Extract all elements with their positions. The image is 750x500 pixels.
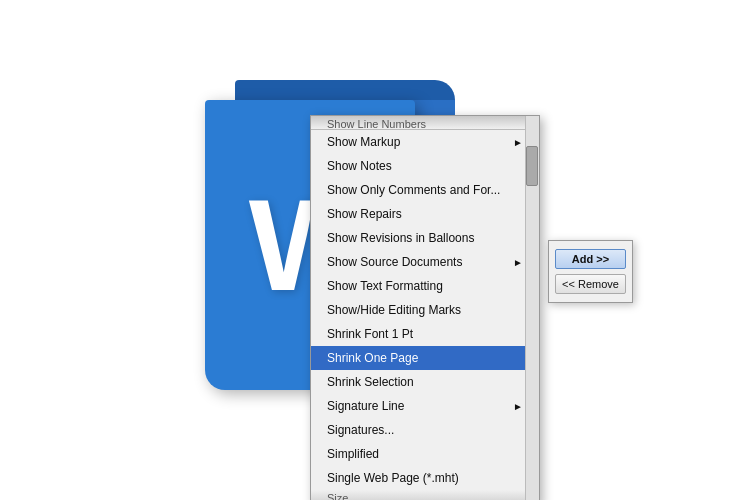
menu-item-show-revisions[interactable]: Show Revisions in Balloons xyxy=(311,226,539,250)
menu-item-show-notes[interactable]: Show Notes xyxy=(311,154,539,178)
menu-item-shrink-font[interactable]: Shrink Font 1 Pt xyxy=(311,322,539,346)
scrollbar-thumb[interactable] xyxy=(526,146,538,186)
menu-item-show-text[interactable]: Show Text Formatting xyxy=(311,274,539,298)
menu-item-show-markup[interactable]: Show Markup ► xyxy=(311,130,539,154)
submenu-arrow: ► xyxy=(513,135,523,150)
menu-item-show-repairs[interactable]: Show Repairs xyxy=(311,202,539,226)
add-remove-panel: Add >> << Remove xyxy=(548,240,633,303)
menu-item-show-only-comments[interactable]: Show Only Comments and For... xyxy=(311,178,539,202)
submenu-arrow-3: ► xyxy=(513,399,523,414)
menu-item-shrink-selection[interactable]: Shrink Selection xyxy=(311,370,539,394)
menu-item-signatures[interactable]: Signatures... xyxy=(311,418,539,442)
menu-item-signature-line[interactable]: Signature Line ► xyxy=(311,394,539,418)
menu-bottom-overflow: Size xyxy=(311,490,539,500)
menu-top-overflow: Show Line Numbers xyxy=(311,116,539,130)
context-menu: Show Line Numbers Show Markup ► Show Not… xyxy=(310,115,540,500)
menu-scrollbar[interactable] xyxy=(525,116,539,500)
add-button[interactable]: Add >> xyxy=(555,249,626,269)
menu-item-single-web-page[interactable]: Single Web Page (*.mht) xyxy=(311,466,539,490)
menu-item-simplified[interactable]: Simplified xyxy=(311,442,539,466)
remove-button[interactable]: << Remove xyxy=(555,274,626,294)
menu-item-show-source[interactable]: Show Source Documents ► xyxy=(311,250,539,274)
menu-item-show-hide-editing[interactable]: Show/Hide Editing Marks xyxy=(311,298,539,322)
submenu-arrow-2: ► xyxy=(513,255,523,270)
menu-item-shrink-one-page[interactable]: Shrink One Page xyxy=(311,346,539,370)
